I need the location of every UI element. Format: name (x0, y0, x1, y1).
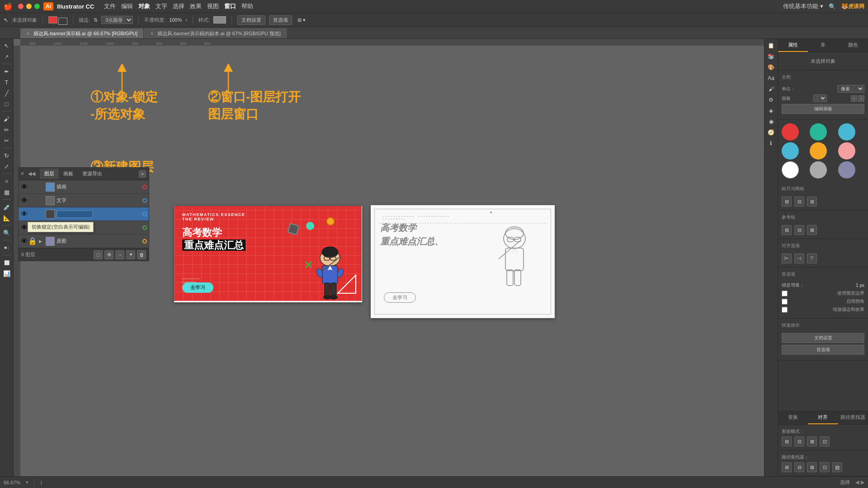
swatch-purple[interactable] (838, 161, 855, 178)
menu-object[interactable]: 对象 (138, 2, 150, 10)
fill-icon[interactable]: ■□ (1, 243, 12, 253)
grid-icon[interactable]: ⊟ (794, 197, 804, 206)
style-swatch[interactable] (213, 16, 226, 23)
swatch-blue[interactable] (838, 123, 855, 141)
pencil-tool[interactable]: ✏ (1, 125, 12, 135)
search-icon[interactable]: 🔍 (829, 3, 836, 10)
gradient-tool[interactable]: ▦ (1, 187, 12, 197)
pen-tool[interactable]: ✒ (1, 66, 12, 76)
layer-name-input[interactable] (57, 211, 93, 218)
layers-panel-collapse[interactable]: ◀◀ (26, 171, 37, 177)
swatch-cyan[interactable] (782, 142, 799, 160)
tab-main[interactable]: ✕ 插边风-banner演示稿.ai @ 66.67% [RGB/GPU] (20, 28, 143, 38)
stroke-arrows[interactable]: ⇅ (94, 17, 98, 23)
eyedropper-tool[interactable]: 💉 (1, 202, 12, 212)
symbols-icon[interactable]: ⚙ (766, 95, 777, 105)
preferences-button[interactable]: 首选项 (269, 15, 292, 25)
layer-expand-editing[interactable] (37, 211, 44, 218)
pf-icon-2[interactable]: ⊟ (794, 462, 804, 472)
swatch-gray[interactable] (810, 161, 827, 178)
layers-panel-close[interactable]: ✕ (19, 171, 26, 177)
next-artboard[interactable]: ▶ (861, 479, 864, 485)
create-new-sublayer-btn[interactable]: ⊕ (104, 250, 113, 259)
apple-menu[interactable]: 🍎 (4, 2, 13, 11)
libraries-icon[interactable]: 📚 (766, 52, 777, 61)
align-right-icon[interactable]: ⊤ (807, 253, 817, 263)
menu-effects[interactable]: 效果 (190, 2, 202, 10)
menu-window[interactable]: 窗口 (224, 2, 236, 10)
swatch-white[interactable] (782, 161, 799, 178)
shape-tool[interactable]: □ (1, 99, 12, 109)
swatch-red[interactable] (782, 123, 799, 141)
make-clipping-mask-btn[interactable]: □ (94, 250, 103, 259)
tab-copy-close-icon[interactable]: ✕ (150, 31, 154, 36)
pf-icon-4[interactable]: ⊡ (820, 462, 830, 472)
stroke-select[interactable]: 3点圆形 (101, 16, 133, 24)
pf-icon-3[interactable]: ⊠ (807, 462, 817, 472)
grid2-icon[interactable]: ⊞ (807, 197, 817, 206)
scale-tool[interactable]: ⤢ (1, 161, 12, 171)
artboard-next[interactable]: › (858, 95, 864, 102)
panel-tab-properties[interactable]: 属性 (778, 39, 808, 52)
zoom-tool[interactable]: 🔍 (1, 228, 12, 238)
menu-help[interactable]: 帮助 (241, 2, 253, 10)
layer-expand-text[interactable] (37, 197, 44, 204)
ruler-icon[interactable]: ⊞ (782, 197, 792, 206)
quick-preferences[interactable]: 首选项 (782, 345, 864, 355)
type-tool[interactable]: T (1, 77, 12, 87)
zoom-arrow[interactable]: ▾ (26, 479, 28, 485)
info-icon[interactable]: ℹ (766, 138, 777, 148)
minimize-button[interactable] (26, 4, 32, 9)
selection-tool[interactable]: ↖ (1, 41, 12, 51)
fill-color[interactable] (48, 16, 57, 23)
layers-menu-btn[interactable]: ≡ (139, 170, 146, 178)
menu-text[interactable]: 文字 (156, 2, 167, 10)
opacity-arrow-right[interactable]: › (185, 17, 187, 23)
type-icon[interactable]: Aa (766, 73, 777, 83)
fullscreen-button[interactable] (34, 4, 40, 9)
align-center-icon[interactable]: ⊣ (794, 253, 804, 263)
bottom-tab-pathfinder[interactable]: 路径查找器 (838, 411, 868, 424)
appearance-icon[interactable]: ◉ (766, 117, 777, 127)
blend-tool[interactable]: ≈ (1, 176, 12, 186)
workspace-selector[interactable]: 传统基本功能 ▾ (783, 2, 823, 10)
layer-visibility-illustration[interactable]: 👁 (20, 183, 28, 191)
stroke-color[interactable] (58, 18, 67, 25)
layer-visibility-original[interactable]: 👁 (20, 237, 28, 245)
snap-effects-checkbox[interactable] (782, 307, 788, 313)
bottom-tab-transform[interactable]: 变换 (778, 411, 808, 424)
exclude-icon[interactable]: ⊡ (820, 436, 830, 446)
guide-icon-3[interactable]: ⊠ (807, 225, 817, 235)
pf-icon-1[interactable]: ⊞ (782, 462, 792, 472)
menu-select[interactable]: 选择 (173, 2, 184, 10)
brushes-icon[interactable]: 🖌 (766, 84, 777, 94)
new-layer-btn[interactable]: ✦ (126, 250, 135, 259)
measure-tool[interactable]: 📐 (1, 213, 12, 223)
quick-doc-settings[interactable]: 文档设置 (782, 333, 864, 343)
layer-visibility-editing[interactable]: 👁 (20, 210, 28, 218)
tab-copy[interactable]: ✕ 插边风-banner演示稿的副本.ai @ 67% [RGB/GPU 预览] (144, 28, 287, 38)
layers-tab[interactable]: 图层 (40, 169, 59, 179)
edit-artboard-button[interactable]: 编辑画板 (782, 104, 864, 114)
rotate-tool[interactable]: ↻ (1, 150, 12, 160)
assets-tab[interactable]: 资源导出 (78, 169, 107, 179)
draw-normal-icon[interactable]: ⬜ (1, 258, 12, 267)
layer-lock-text[interactable] (28, 197, 37, 205)
layer-visibility-text[interactable]: 👁 (20, 197, 28, 205)
direct-select-tool[interactable]: ↗ (1, 52, 12, 61)
align-left-icon[interactable]: ⊢ (782, 253, 792, 263)
swatch-orange[interactable] (810, 142, 827, 160)
artboard-select[interactable]: 1 (813, 94, 827, 102)
graphic-styles-icon[interactable]: ◈ (766, 106, 777, 116)
scissors-tool[interactable]: ✂ (1, 136, 12, 145)
layer-row-text[interactable]: 👁 文字 (19, 194, 149, 207)
swatch-pink[interactable] (838, 142, 855, 160)
bottom-tab-align[interactable]: 对齐 (808, 411, 838, 424)
layer-row-original[interactable]: 👁 🔒 ▶ 原图 (19, 235, 149, 248)
delete-layer-btn[interactable]: 🗑 (137, 250, 146, 259)
graph-tool[interactable]: 📊 (1, 268, 12, 278)
layer-expand-original[interactable]: ▶ (37, 238, 44, 245)
navigator-icon[interactable]: 🧭 (766, 127, 777, 137)
properties-icon[interactable]: 📋 (766, 41, 777, 51)
color-icon[interactable]: 🎨 (766, 62, 777, 72)
